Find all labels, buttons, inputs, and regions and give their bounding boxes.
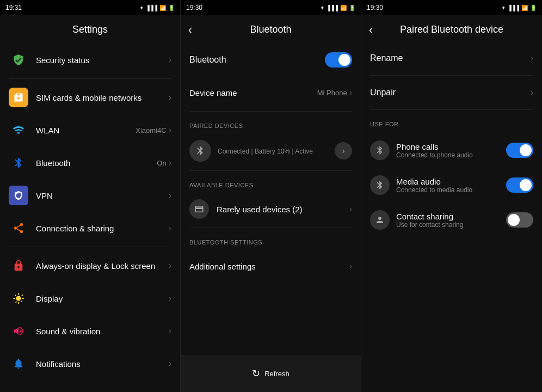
available-device-label: Rarely used devices (2) xyxy=(217,205,349,214)
bluetooth-content: Bluetooth xyxy=(36,158,157,168)
refresh-icon: ↻ xyxy=(252,367,260,379)
vpn-arrow: › xyxy=(169,191,171,200)
unpair-arrow: › xyxy=(531,88,533,97)
sim-cards-content: SIM cards & mobile networks xyxy=(36,93,169,102)
sound-vibration-content: Sound & vibration xyxy=(36,327,169,336)
mid-divider-1 xyxy=(189,111,352,112)
security-status-icon xyxy=(9,50,28,70)
sidebar-item-always-on-display[interactable]: Always-on display & Lock screen › xyxy=(0,249,180,282)
notifications-arrow: › xyxy=(169,359,171,369)
settings-panel: 19:31 ✦ ▐▐▐ 📶 🔋 Settings Security status… xyxy=(0,0,181,392)
device-name-value: Mi Phone xyxy=(317,89,347,97)
connection-sharing-icon xyxy=(9,218,28,238)
notifications-right: › xyxy=(169,359,171,369)
right-divider-1 xyxy=(370,75,533,76)
wlan-icon xyxy=(9,120,28,140)
device-name-row[interactable]: Device name Mi Phone › xyxy=(181,76,361,109)
bluetooth-title-bar: ‹ Bluetooth xyxy=(181,15,361,44)
display-content: Display xyxy=(36,294,169,303)
display-icon xyxy=(9,289,28,308)
media-audio-content: Media audio Connected to media audio xyxy=(396,177,506,194)
sound-vibration-arrow: › xyxy=(169,326,171,336)
bluetooth-arrow: › xyxy=(169,158,171,168)
sidebar-item-bluetooth[interactable]: Bluetooth On › xyxy=(0,146,180,179)
phone-calls-icon xyxy=(370,140,390,160)
status-time-left: 19:31 xyxy=(5,4,22,11)
refresh-bar[interactable]: ↻ Refresh xyxy=(181,355,361,392)
available-device-row[interactable]: Rarely used devices (2) › xyxy=(181,193,361,225)
connection-sharing-content: Connection & sharing xyxy=(36,224,169,233)
available-device-right: › xyxy=(349,204,352,214)
paired-device-row[interactable]: Connected | Battery 10% | Active › xyxy=(181,133,361,168)
additional-settings-arrow: › xyxy=(349,261,352,271)
additional-settings-right: › xyxy=(349,261,352,271)
divider-1 xyxy=(9,78,171,79)
status-icons-mid: ✦ ▐▐▐ 📶 🔋 xyxy=(320,5,355,11)
security-status-right: › xyxy=(169,55,171,65)
media-audio-toggle[interactable] xyxy=(506,177,533,193)
sidebar-item-security-status[interactable]: Security status › xyxy=(0,44,180,76)
connection-sharing-label: Connection & sharing xyxy=(36,224,169,233)
signal-icon: ▐▐▐ xyxy=(146,5,157,11)
sidebar-item-vpn[interactable]: VPN › xyxy=(0,179,180,212)
bt-status-icon-mid: ✦ xyxy=(320,5,324,11)
bluetooth-toggle-label: Bluetooth xyxy=(189,55,226,65)
phone-calls-toggle[interactable] xyxy=(506,143,533,158)
paired-device-detail-button[interactable]: › xyxy=(335,142,352,160)
always-on-display-content: Always-on display & Lock screen xyxy=(36,261,169,271)
device-name-label: Device name xyxy=(189,88,317,97)
device-name-arrow: › xyxy=(349,88,352,97)
divider-2 xyxy=(9,247,171,247)
wlan-content: WLAN xyxy=(36,126,136,135)
bluetooth-status-icon: ✦ xyxy=(139,5,144,11)
bluetooth-back-button[interactable]: ‹ xyxy=(188,23,192,36)
sidebar-item-notifications[interactable]: Notifications › xyxy=(0,347,180,380)
sim-cards-label: SIM cards & mobile networks xyxy=(36,93,169,102)
sidebar-item-sound-vibration[interactable]: Sound & vibration › xyxy=(0,315,180,347)
media-audio-icon xyxy=(370,175,390,195)
settings-list: Security status › SIM cards & mobile net… xyxy=(0,44,180,392)
paired-device-icon xyxy=(189,140,211,162)
notifications-icon xyxy=(9,354,28,373)
bluetooth-toggle-knob xyxy=(338,54,350,66)
unpair-row[interactable]: Unpair › xyxy=(361,78,542,107)
wifi-icon-right: 📶 xyxy=(521,5,528,11)
right-divider-2 xyxy=(370,109,533,110)
status-bar-right: 19:30 ✦ ▐▐▐ 📶 🔋 xyxy=(361,0,542,15)
status-time-mid: 19:30 xyxy=(186,4,202,11)
sim-cards-right: › xyxy=(169,93,171,102)
battery-icon-mid: 🔋 xyxy=(349,5,355,11)
sidebar-item-sim-cards[interactable]: SIM cards & mobile networks › xyxy=(0,81,180,114)
sidebar-item-wlan[interactable]: WLAN Xiaomi4C › xyxy=(0,114,180,146)
paired-bt-panel: 19:30 ✦ ▐▐▐ 📶 🔋 ‹ Paired Bluetooth devic… xyxy=(361,0,542,392)
vpn-right: › xyxy=(169,191,171,200)
mid-divider-3 xyxy=(189,228,352,228)
always-on-display-label: Always-on display & Lock screen xyxy=(36,261,169,271)
rename-row[interactable]: Rename › xyxy=(361,44,542,73)
security-status-content: Security status xyxy=(36,56,169,65)
sidebar-item-connection-sharing[interactable]: Connection & sharing › xyxy=(0,212,180,244)
mid-divider-2 xyxy=(189,170,352,171)
vpn-label: VPN xyxy=(36,191,169,200)
media-audio-sublabel: Connected to media audio xyxy=(396,186,506,194)
bluetooth-toggle[interactable] xyxy=(325,52,352,68)
rename-arrow: › xyxy=(531,53,533,63)
always-on-display-icon xyxy=(9,256,28,275)
contact-sharing-toggle[interactable] xyxy=(506,212,533,228)
status-time-right: 19:30 xyxy=(367,4,383,11)
phone-calls-content: Phone calls Connected to phone audio xyxy=(396,142,506,159)
always-on-display-arrow: › xyxy=(169,261,171,271)
contact-sharing-icon xyxy=(370,210,390,230)
settings-title-bar: Settings xyxy=(0,15,180,44)
settings-title: Settings xyxy=(72,24,108,35)
bluetooth-value: On xyxy=(157,159,166,167)
sidebar-item-display[interactable]: Display › xyxy=(0,282,180,315)
additional-settings-row[interactable]: Additional settings › xyxy=(181,250,361,283)
additional-settings-label: Additional settings xyxy=(189,262,349,271)
signal-icon-mid: ▐▐▐ xyxy=(327,5,338,11)
refresh-label: Refresh xyxy=(264,370,290,378)
paired-bt-back-button[interactable]: ‹ xyxy=(369,23,373,36)
paired-device-detail-icon: › xyxy=(342,146,345,155)
available-device-arrow: › xyxy=(349,204,352,214)
bluetooth-label: Bluetooth xyxy=(36,158,157,168)
